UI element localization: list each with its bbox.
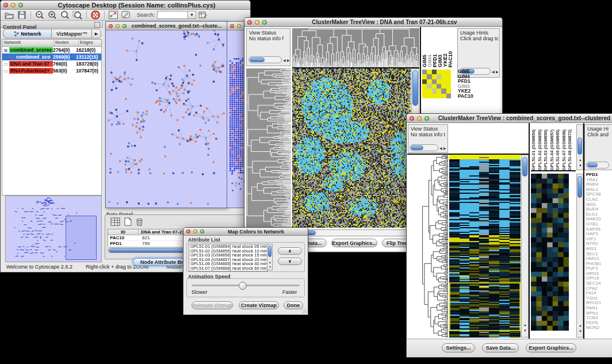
- similarity-cell[interactable]: [441, 94, 446, 98]
- close-icon[interactable]: [3, 3, 8, 7]
- tv2-save-data-button[interactable]: Save Data...: [482, 343, 519, 352]
- similarity-cell[interactable]: [441, 70, 446, 74]
- zoom-window-icon[interactable]: [123, 24, 127, 28]
- table-grid-icon[interactable]: [109, 217, 121, 227]
- similarity-cell[interactable]: [427, 74, 431, 79]
- similarity-cell[interactable]: [437, 94, 441, 98]
- close-icon[interactable]: [230, 24, 234, 28]
- zoom-selected-icon[interactable]: [72, 10, 83, 20]
- scroll-left-icon[interactable]: ◀: [439, 147, 442, 150]
- tv1-similarity-matrix[interactable]: [422, 70, 451, 98]
- search-input[interactable]: [157, 11, 188, 19]
- help-lifering-icon[interactable]: [90, 10, 101, 20]
- tv2-status-scrollbar[interactable]: [410, 144, 438, 151]
- similarity-cell[interactable]: [422, 79, 427, 84]
- col-header-nodes[interactable]: Nodes: [54, 40, 79, 46]
- similarity-cell[interactable]: [432, 70, 437, 74]
- scroll-left-icon[interactable]: ◀: [492, 70, 495, 74]
- zoom-window-icon[interactable]: [262, 20, 267, 25]
- similarity-cell[interactable]: [437, 89, 441, 93]
- search-dropdown-icon[interactable]: ▼: [188, 11, 196, 19]
- treeview2-titlebar[interactable]: ClusterMaker TreeView : combined_scores_…: [407, 114, 612, 123]
- minimize-icon[interactable]: [193, 229, 197, 233]
- similarity-cell[interactable]: [437, 84, 441, 89]
- animation-speed-slider-thumb[interactable]: [239, 282, 247, 290]
- tv2-settings-button[interactable]: Settings...: [442, 343, 475, 352]
- similarity-cell[interactable]: [427, 84, 431, 89]
- similarity-cell[interactable]: [422, 84, 427, 89]
- birdseye-view[interactable]: [5, 196, 102, 262]
- similarity-cell[interactable]: [422, 94, 427, 98]
- new-attribute-icon[interactable]: [122, 217, 133, 227]
- birdseye-viewport-rect[interactable]: [66, 216, 97, 260]
- similarity-cell[interactable]: [446, 84, 451, 89]
- network-view-titlebar[interactable]: combined_scores_good.txt--cluste...: [106, 22, 227, 30]
- network-table-row[interactable]: ▭combined_sco2569(6)13112(15): [2, 53, 101, 60]
- network-table-row[interactable]: ▭DNA and Tran 07769(0)183728(0): [2, 60, 101, 67]
- similarity-cell[interactable]: [432, 94, 437, 98]
- map-colors-titlebar[interactable]: Map Colors to Network: [183, 228, 308, 236]
- zoom-window-icon[interactable]: [424, 116, 429, 121]
- network-image-icon[interactable]: [108, 10, 119, 20]
- scroll-down-icon[interactable]: ▼: [269, 265, 271, 269]
- tv2-hints-scrollbar[interactable]: [586, 162, 609, 168]
- tv2-zoom-heatmap[interactable]: [531, 174, 569, 331]
- similarity-cell[interactable]: [427, 94, 431, 98]
- scroll-down-icon[interactable]: ▼: [579, 329, 582, 333]
- scroll-up-icon[interactable]: ▲: [523, 323, 527, 327]
- attribute-list-item[interactable]: GPL51-07 (GSM868) heat shock 60 min: [189, 266, 267, 271]
- similarity-cell[interactable]: [441, 89, 446, 93]
- similarity-cell[interactable]: [432, 84, 437, 89]
- tv2-heatmap[interactable]: [449, 155, 521, 338]
- col-header-edges[interactable]: Edges: [79, 40, 101, 46]
- similarity-cell[interactable]: [446, 89, 451, 93]
- tv1-column-dendrogram[interactable]: [292, 28, 419, 68]
- similarity-cell[interactable]: [441, 84, 446, 89]
- resize-grip[interactable]: [301, 308, 307, 313]
- tv2-heatmap-vscrollbar[interactable]: ▲ ▼: [521, 155, 529, 338]
- network-table-row[interactable]: ▣combined_scores2764(0)16218(0): [2, 47, 101, 53]
- similarity-cell[interactable]: [432, 74, 437, 79]
- tv2-zoom-vscrollbar[interactable]: ▲ ▼: [576, 174, 583, 338]
- close-icon[interactable]: [109, 24, 113, 28]
- minimize-icon[interactable]: [116, 24, 120, 28]
- open-session-button[interactable]: [3, 10, 15, 20]
- done-button[interactable]: Done: [284, 301, 303, 309]
- close-icon[interactable]: [186, 229, 190, 233]
- delete-attribute-trash-icon[interactable]: [133, 217, 145, 227]
- tab-network[interactable]: Network: [3, 29, 52, 39]
- tv1-row-dendrogram[interactable]: [246, 68, 291, 228]
- similarity-cell[interactable]: [432, 89, 437, 93]
- similarity-cell[interactable]: [437, 74, 441, 79]
- similarity-cell[interactable]: [437, 79, 441, 84]
- similarity-cell[interactable]: [422, 89, 427, 93]
- similarity-cell[interactable]: [441, 74, 446, 79]
- similarity-cell[interactable]: [446, 79, 451, 84]
- similarity-cell[interactable]: [427, 79, 431, 84]
- similarity-cell[interactable]: [422, 70, 427, 74]
- zoom-window-icon[interactable]: [18, 3, 23, 7]
- scroll-right-icon[interactable]: ▶: [287, 59, 290, 62]
- tv2-gene-label[interactable]: MON2: [586, 325, 612, 331]
- close-icon[interactable]: [247, 20, 252, 25]
- attribute-list[interactable]: GPL51-01 (GSM854) heat shock 05 minGPL51…: [189, 244, 268, 271]
- move-up-button[interactable]: ∧: [278, 247, 302, 255]
- zoom-in-icon[interactable]: [47, 10, 58, 20]
- similarity-cell[interactable]: [437, 70, 441, 74]
- minimize-icon[interactable]: [255, 20, 259, 25]
- zoom-fit-icon[interactable]: [59, 10, 71, 20]
- similarity-cell[interactable]: [422, 74, 427, 79]
- annotation-icon[interactable]: [120, 10, 132, 20]
- tv2-labels-vscrollbar[interactable]: ▲ ▼: [576, 124, 583, 170]
- similarity-cell[interactable]: [432, 79, 437, 84]
- attribute-table-icon[interactable]: [197, 10, 208, 20]
- tab-vizmapper[interactable]: VizMapper™: [51, 29, 93, 39]
- similarity-cell[interactable]: [446, 94, 451, 98]
- scroll-right-icon[interactable]: ▶: [496, 70, 499, 74]
- tv1-export-graphics-button[interactable]: Export Graphics...: [331, 239, 377, 247]
- scroll-up-icon[interactable]: ▲: [579, 324, 582, 327]
- minimize-icon[interactable]: [11, 3, 16, 7]
- attribute-list-scrollbar[interactable]: ▲ ▼: [267, 244, 273, 270]
- col-header-network[interactable]: Network: [2, 40, 54, 46]
- float-panel-icon[interactable]: [94, 22, 100, 28]
